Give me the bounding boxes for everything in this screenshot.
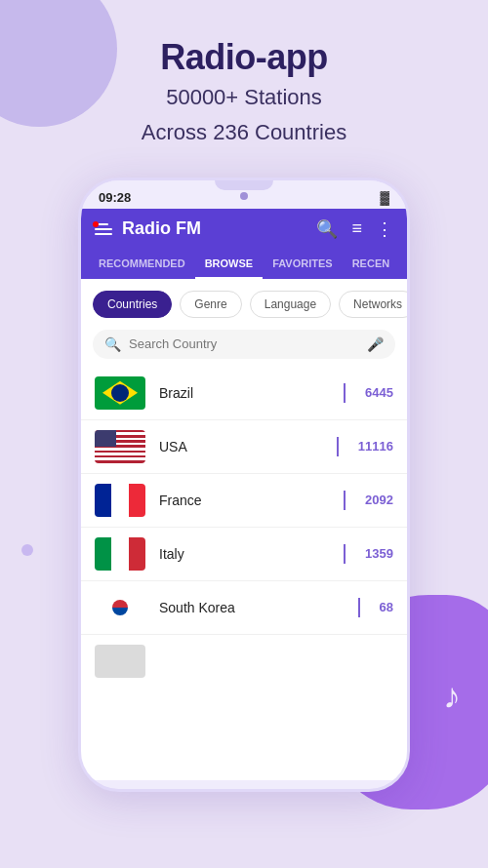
flag-france-white: [111, 484, 128, 517]
promo-subtitle-line1: 50000+ Stations: [0, 82, 488, 113]
country-count-south-korea: 68: [380, 600, 393, 614]
promo-header: Radio-app 50000+ Stations Across 236 Cou…: [0, 0, 488, 168]
hamburger-menu-button[interactable]: [95, 223, 112, 235]
sort-button[interactable]: ≡: [351, 218, 362, 239]
notification-dot: [93, 221, 99, 227]
country-item-usa[interactable]: USA 11116: [81, 420, 407, 474]
promo-title: Radio-app: [0, 37, 488, 78]
hamburger-line: [95, 228, 112, 230]
search-input[interactable]: [129, 336, 359, 351]
country-item-france[interactable]: France 2092: [81, 474, 407, 528]
app-title: Radio FM: [122, 218, 201, 239]
more-options-button[interactable]: ⋮: [376, 218, 393, 240]
search-icon: 🔍: [104, 336, 121, 352]
flag-italy-white: [111, 537, 128, 571]
chip-countries[interactable]: Countries: [93, 291, 172, 318]
country-name-usa: USA: [159, 439, 323, 454]
chip-networks[interactable]: Networks: [339, 291, 407, 318]
music-note-icon: ♪: [443, 676, 461, 717]
flag-italy-red: [129, 537, 145, 571]
flag-brazil: [95, 376, 145, 410]
flag-france-red: [129, 484, 145, 517]
usa-canton: [95, 430, 116, 447]
country-count-usa: 11116: [358, 439, 393, 454]
country-name-south-korea: South Korea: [159, 600, 345, 615]
flag-usa: [95, 430, 145, 463]
tab-browse[interactable]: BROWSE: [195, 250, 264, 279]
filter-chips: Countries Genre Language Networks: [81, 279, 407, 326]
korea-taeguk: [112, 600, 128, 615]
hamburger-line: [95, 233, 112, 235]
divider-usa: [337, 437, 339, 456]
country-list: Brazil 6445: [81, 367, 407, 688]
flag-france-blue: [95, 484, 111, 517]
divider-south-korea: [358, 598, 360, 617]
app-content: Countries Genre Language Networks 🔍 🎤 Br…: [81, 279, 407, 780]
phone-body: 09:28 ▓ Radio FM 🔍 ≡ ⋮ RECOMMENDE: [78, 178, 410, 792]
app-bar-right: 🔍 ≡ ⋮: [316, 218, 393, 240]
app-bar-left: Radio FM: [95, 218, 201, 239]
flag-france: [95, 484, 145, 517]
country-count-france: 2092: [365, 493, 393, 507]
divider-france: [344, 491, 346, 510]
flag-south-korea: [95, 591, 145, 624]
flag-italy: [95, 537, 145, 571]
tab-recent[interactable]: RECEN: [343, 250, 400, 279]
divider-brazil: [344, 383, 346, 403]
promo-subtitle-line2: Across 236 Countries: [0, 117, 488, 148]
chip-genre[interactable]: Genre: [180, 291, 241, 318]
tab-favorites[interactable]: FAVORITES: [263, 250, 343, 279]
country-item-south-korea[interactable]: South Korea 68: [81, 581, 407, 635]
country-item-italy[interactable]: Italy 1359: [81, 528, 407, 581]
flag-italy-green: [95, 537, 111, 571]
divider-italy: [344, 544, 346, 564]
phone-notch: [215, 180, 273, 190]
search-button[interactable]: 🔍: [316, 218, 338, 240]
country-count-italy: 1359: [365, 546, 393, 561]
country-name-france: France: [159, 493, 330, 508]
country-item-partial: [81, 635, 407, 688]
mic-icon[interactable]: 🎤: [367, 336, 384, 352]
app-tabs: RECOMMENDED BROWSE FAVORITES RECEN: [81, 250, 407, 279]
flag-partial: [95, 645, 145, 678]
tab-recommended[interactable]: RECOMMENDED: [89, 250, 195, 279]
app-bar: Radio FM 🔍 ≡ ⋮: [81, 209, 407, 250]
phone-camera: [240, 192, 248, 200]
phone-time: 09:28: [99, 190, 131, 205]
search-bar: 🔍 🎤: [93, 330, 395, 359]
country-name-brazil: Brazil: [159, 385, 330, 401]
phone-mockup: 09:28 ▓ Radio FM 🔍 ≡ ⋮ RECOMMENDE: [0, 178, 488, 792]
country-name-italy: Italy: [159, 546, 330, 562]
country-item-brazil[interactable]: Brazil 6445: [81, 367, 407, 420]
phone-battery: ▓: [381, 190, 389, 205]
country-count-brazil: 6445: [365, 385, 393, 400]
chip-language[interactable]: Language: [250, 291, 331, 318]
